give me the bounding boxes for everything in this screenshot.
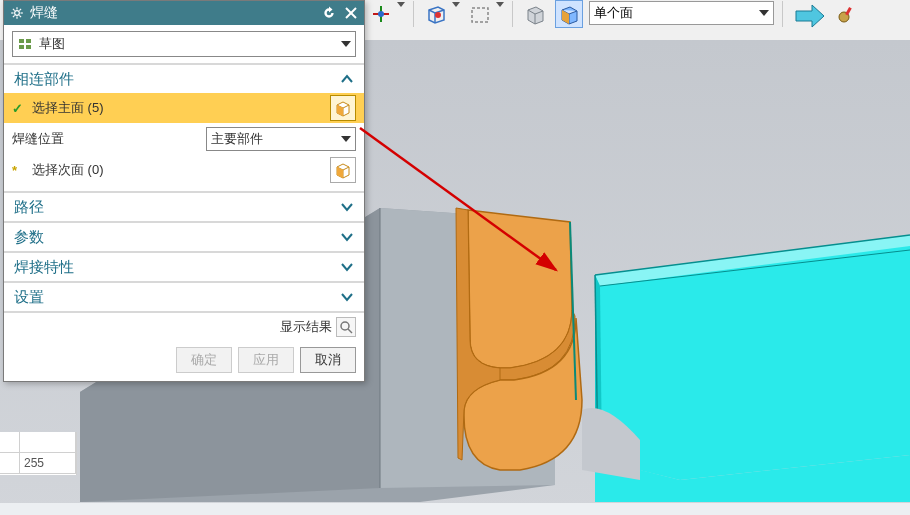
section-title: 焊接特性 <box>14 258 74 277</box>
section-connected-parts[interactable]: 相连部件 <box>4 63 364 93</box>
svg-line-26 <box>19 9 21 11</box>
section-title: 设置 <box>14 288 44 307</box>
gear-icon[interactable] <box>8 4 26 22</box>
chevron-down-icon <box>340 290 354 304</box>
section-settings[interactable]: 设置 <box>4 281 364 311</box>
toolbar-separator <box>512 1 513 27</box>
viewport-status-strip <box>0 503 910 515</box>
section-title: 相连部件 <box>14 70 74 89</box>
face-select-button[interactable] <box>330 157 356 183</box>
dialog-buttons: 确定 应用 取消 <box>4 341 364 381</box>
top-toolbar: 单个面 <box>365 0 910 40</box>
svg-rect-30 <box>26 39 31 43</box>
section-path[interactable]: 路径 <box>4 191 364 221</box>
grid-cell[interactable] <box>20 432 76 453</box>
weld-position-value: 主要部件 <box>211 130 263 148</box>
apply-button: 应用 <box>238 347 294 373</box>
grid-cell-value[interactable]: 255 <box>20 453 76 474</box>
svg-line-24 <box>19 15 21 17</box>
csys-dropdown[interactable] <box>397 0 405 8</box>
chevron-down-icon <box>340 260 354 274</box>
dialog-titlebar[interactable]: 焊缝 <box>4 1 364 25</box>
cancel-button[interactable]: 取消 <box>300 347 356 373</box>
show-result-label: 显示结果 <box>280 318 332 336</box>
select-sub-label: 选择次面 (0) <box>32 161 324 179</box>
weld-position-select[interactable]: 主要部件 <box>206 127 356 151</box>
section-title: 路径 <box>14 198 44 217</box>
toolbar-separator <box>782 1 783 27</box>
svg-rect-29 <box>19 39 24 43</box>
svg-rect-31 <box>19 45 24 49</box>
ok-button: 确定 <box>176 347 232 373</box>
select-sub-face-row[interactable]: * 选择次面 (0) <box>12 155 356 185</box>
sketch-icon <box>17 36 33 52</box>
dashed-box-icon[interactable] <box>466 0 494 28</box>
chevron-down-icon <box>340 230 354 244</box>
section-connected-body: ✓ 选择主面 (5) 焊缝位置 主要部件 * 选择次面 (0) <box>4 93 364 191</box>
chevron-up-icon <box>340 72 354 86</box>
svg-rect-32 <box>26 45 31 49</box>
section-title: 参数 <box>14 228 44 247</box>
select-main-label: 选择主面 (5) <box>32 99 324 117</box>
weld-position-row: 焊缝位置 主要部件 <box>12 123 356 155</box>
close-icon[interactable] <box>342 4 360 22</box>
forward-arrow-icon[interactable] <box>791 0 827 32</box>
grid-cell[interactable] <box>0 432 20 453</box>
face-filter-value: 单个面 <box>594 4 633 22</box>
toolbar-separator <box>413 1 414 27</box>
dashed-dropdown[interactable] <box>496 0 504 8</box>
face-select-button[interactable] <box>330 95 356 121</box>
wireframe-dropdown[interactable] <box>452 0 460 8</box>
svg-rect-15 <box>472 8 488 22</box>
sketch-mode-select[interactable]: 草图 <box>12 31 356 57</box>
weld-dialog: 焊缝 草图 相连部件 ✓ 选择主面 (5) 焊缝位置 <box>3 0 365 382</box>
select-main-face-row[interactable]: ✓ 选择主面 (5) <box>4 93 364 123</box>
svg-point-18 <box>15 11 20 16</box>
shaded-cube-grey-icon[interactable] <box>521 0 549 28</box>
chevron-down-icon <box>340 200 354 214</box>
csys-origin-icon[interactable] <box>367 0 395 28</box>
reset-icon[interactable] <box>320 4 338 22</box>
sketch-mode-label: 草图 <box>39 35 65 53</box>
asterisk-icon: * <box>12 163 26 178</box>
weld-position-label: 焊缝位置 <box>12 130 200 148</box>
shaded-cube-color-icon[interactable] <box>555 0 583 28</box>
dialog-title: 焊缝 <box>30 4 316 22</box>
svg-line-25 <box>13 15 15 17</box>
magnifier-icon[interactable] <box>336 317 356 337</box>
wireframe-cube-icon[interactable] <box>422 0 450 28</box>
show-result-row: 显示结果 <box>4 311 364 341</box>
svg-rect-17 <box>845 7 852 15</box>
check-icon: ✓ <box>12 101 26 116</box>
left-data-strip: 255 <box>0 432 77 475</box>
svg-point-33 <box>341 322 349 330</box>
svg-line-34 <box>348 329 352 333</box>
face-filter-select[interactable]: 单个面 <box>589 1 774 25</box>
svg-point-14 <box>435 12 441 18</box>
svg-line-23 <box>13 9 15 11</box>
grid-cell[interactable] <box>0 453 20 474</box>
svg-point-13 <box>378 11 384 17</box>
section-params[interactable]: 参数 <box>4 221 364 251</box>
pin-icon[interactable] <box>833 0 861 28</box>
section-weld-props[interactable]: 焊接特性 <box>4 251 364 281</box>
